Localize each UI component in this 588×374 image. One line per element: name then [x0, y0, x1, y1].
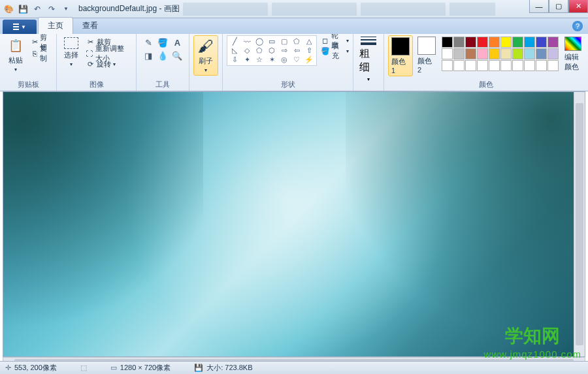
- palette-swatch[interactable]: [477, 48, 488, 59]
- palette-swatch[interactable]: [524, 60, 535, 71]
- pencil-tool[interactable]: ✎: [142, 37, 155, 48]
- shape-triangle[interactable]: △: [303, 37, 315, 46]
- maximize-button[interactable]: ▢: [549, 0, 568, 13]
- help-icon[interactable]: ?: [572, 21, 583, 31]
- palette-swatch[interactable]: [536, 48, 547, 59]
- shape-diamond[interactable]: ◇: [241, 46, 253, 55]
- palette-swatch[interactable]: [500, 37, 512, 48]
- palette-swatch[interactable]: [477, 37, 488, 48]
- edit-colors-button[interactable]: 编辑颜色: [562, 35, 584, 73]
- undo-icon[interactable]: ↶: [31, 3, 43, 15]
- color2-button[interactable]: 颜色 2: [415, 35, 438, 75]
- group-label: [193, 81, 218, 90]
- tab-home[interactable]: 主页: [38, 17, 73, 34]
- copy-button[interactable]: ⎘ 复制: [31, 48, 50, 59]
- canvas[interactable]: [3, 92, 574, 356]
- group-clipboard: 📋 粘贴 ▾ ✂ 剪切 ⎘ 复制 剪贴板: [0, 34, 57, 91]
- shape-arrow-d[interactable]: ⇩: [229, 55, 240, 64]
- color1-button[interactable]: 颜色 1: [388, 35, 413, 76]
- close-button[interactable]: ✕: [568, 0, 588, 13]
- shape-rtriangle[interactable]: ◺: [229, 46, 240, 55]
- palette-swatch[interactable]: [465, 37, 476, 48]
- fill-tool[interactable]: 🪣: [156, 37, 169, 48]
- rotate-button[interactable]: ⟳ 旋转 ▾: [86, 59, 130, 70]
- palette-swatch[interactable]: [453, 48, 465, 59]
- shape-callout[interactable]: ◎: [278, 55, 290, 64]
- eraser-tool[interactable]: ◨: [142, 50, 155, 61]
- shape-arrow-l[interactable]: ⇦: [291, 46, 302, 55]
- palette-swatch[interactable]: [442, 60, 453, 71]
- palette-swatch[interactable]: [547, 37, 559, 48]
- shape-polygon[interactable]: ⬠: [291, 37, 302, 46]
- shape-arrow-r[interactable]: ⇨: [278, 46, 290, 55]
- redo-icon[interactable]: ↷: [46, 3, 57, 15]
- palette-swatch[interactable]: [465, 48, 476, 59]
- shape-pentagon[interactable]: ⬠: [253, 46, 265, 55]
- save-icon[interactable]: 💾: [17, 3, 29, 15]
- shape-line[interactable]: ╱: [229, 37, 240, 46]
- shape-rect[interactable]: ▭: [266, 37, 278, 46]
- palette-swatch[interactable]: [477, 60, 488, 71]
- palette-swatch[interactable]: [524, 48, 535, 59]
- fill-label: 填充: [332, 41, 344, 61]
- shape-curve[interactable]: 〰: [241, 37, 253, 46]
- file-menu-button[interactable]: ▼: [3, 20, 37, 34]
- shape-star6[interactable]: ✶: [266, 55, 278, 64]
- palette-swatch[interactable]: [512, 37, 523, 48]
- status-filesize: 💾 大小: 723.8KB: [194, 363, 252, 373]
- shape-heart[interactable]: ♡: [291, 55, 302, 64]
- select-button[interactable]: 选择 ▾: [61, 35, 82, 69]
- shape-arrow-u[interactable]: ⇧: [303, 46, 315, 55]
- palette-swatch[interactable]: [512, 48, 523, 59]
- shape-star4[interactable]: ✦: [241, 55, 253, 64]
- rotate-icon: ⟳: [86, 60, 95, 69]
- scrollbar-thumb[interactable]: [576, 103, 583, 345]
- palette-swatch[interactable]: [489, 48, 500, 59]
- chevron-down-icon: ▾: [204, 67, 207, 73]
- palette-swatch[interactable]: [442, 48, 453, 59]
- palette-swatch[interactable]: [524, 37, 535, 48]
- minimize-button[interactable]: —: [529, 0, 549, 13]
- paste-button[interactable]: 📋 粘贴 ▾: [4, 35, 27, 74]
- tab-view[interactable]: 查看: [73, 18, 107, 34]
- size-button[interactable]: 粗细 ▾: [357, 35, 380, 84]
- group-label: 形状: [227, 79, 349, 90]
- shape-fill-button[interactable]: 🪣 填充 ▾: [321, 46, 349, 56]
- palette-swatch[interactable]: [500, 60, 512, 71]
- palette-swatch[interactable]: [453, 37, 465, 48]
- select-label: 选择: [64, 50, 78, 60]
- shape-gallery[interactable]: ╱ 〰 ◯ ▭ ▢ ⬠ △ ◺ ◇ ⬠ ⬡ ⇨ ⇦ ⇧ ⇩ ✦ ☆ ✶ ◎ ♡: [227, 35, 317, 66]
- disk-icon: 💾: [194, 364, 203, 372]
- shape-star5[interactable]: ☆: [253, 55, 265, 64]
- vertical-scrollbar[interactable]: [574, 92, 585, 356]
- palette-swatch[interactable]: [442, 37, 453, 48]
- palette-swatch[interactable]: [453, 60, 465, 71]
- size-label: 粗细: [359, 47, 378, 74]
- shape-roundrect[interactable]: ▢: [278, 37, 290, 46]
- palette-swatch[interactable]: [512, 60, 523, 71]
- palette-swatch[interactable]: [489, 37, 500, 48]
- shape-oval[interactable]: ◯: [253, 37, 265, 46]
- text-tool[interactable]: A: [171, 37, 184, 48]
- palette-swatch[interactable]: [536, 60, 547, 71]
- brush-icon: 🖌: [197, 38, 214, 55]
- color-palette: [440, 35, 560, 72]
- resize-button[interactable]: ⛶ 重新调整大小: [86, 48, 130, 59]
- group-brushes: 🖌 刷子 ▾: [189, 34, 223, 91]
- color1-label: 颜色 1: [391, 57, 410, 74]
- palette-swatch[interactable]: [500, 48, 512, 59]
- palette-swatch[interactable]: [465, 60, 476, 71]
- qat-more-icon[interactable]: ▼: [60, 3, 72, 15]
- zoom-tool[interactable]: 🔍: [171, 50, 184, 61]
- palette-swatch[interactable]: [547, 48, 559, 59]
- shape-hexagon[interactable]: ⬡: [266, 46, 278, 55]
- chevron-down-icon: ▾: [346, 48, 349, 54]
- palette-swatch[interactable]: [536, 37, 547, 48]
- app-icon: 🎨: [3, 3, 14, 15]
- palette-swatch[interactable]: [547, 60, 559, 71]
- shape-bolt[interactable]: ⚡: [303, 55, 315, 64]
- clipboard-icon: 📋: [7, 37, 24, 54]
- picker-tool[interactable]: 💧: [156, 50, 169, 61]
- brush-button[interactable]: 🖌 刷子 ▾: [193, 35, 218, 76]
- palette-swatch[interactable]: [489, 60, 500, 71]
